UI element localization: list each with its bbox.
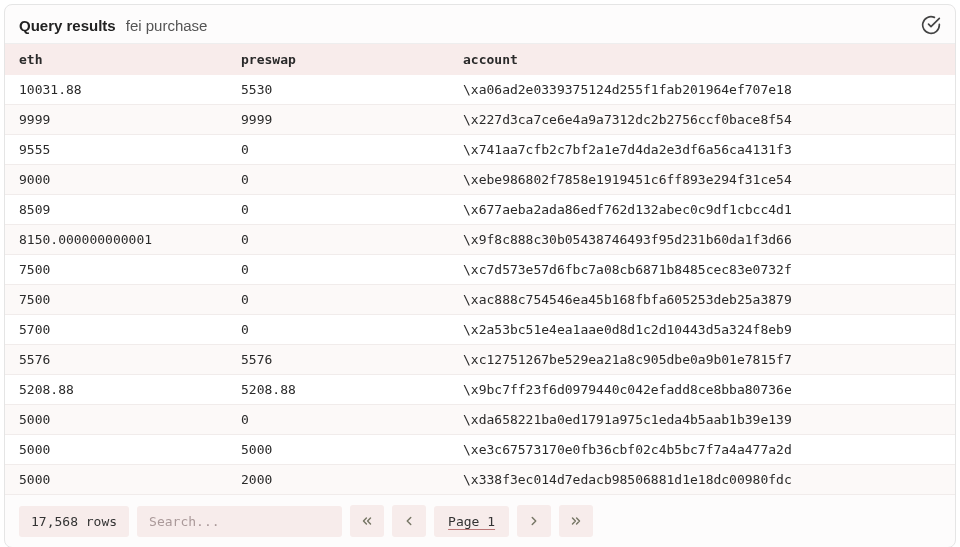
cell-preswap: 5576 [227,345,449,375]
prev-page-button[interactable] [392,505,426,537]
cell-preswap: 5208.88 [227,375,449,405]
cell-eth: 9555 [5,135,227,165]
cell-eth: 5208.88 [5,375,227,405]
cell-eth: 10031.88 [5,75,227,105]
cell-eth: 5000 [5,465,227,495]
check-circle-icon [921,15,941,35]
cell-eth: 5000 [5,405,227,435]
chevrons-left-icon [360,514,374,528]
cell-eth: 7500 [5,285,227,315]
cell-preswap: 5530 [227,75,449,105]
next-page-button[interactable] [517,505,551,537]
cell-preswap: 0 [227,315,449,345]
cell-account: \x2a53bc51e4ea1aae0d8d1c2d10443d5a324f8e… [449,315,955,345]
cell-account: \x227d3ca7ce6e4a9a7312dc2b2756ccf0bace8f… [449,105,955,135]
table-row[interactable]: 57000\x2a53bc51e4ea1aae0d8d1c2d10443d5a3… [5,315,955,345]
col-header-account[interactable]: account [449,44,955,75]
col-header-preswap[interactable]: preswap [227,44,449,75]
cell-eth: 5700 [5,315,227,345]
table-row[interactable]: 75000\xac888c754546ea45b168fbfa605253deb… [5,285,955,315]
cell-account: \xac888c754546ea45b168fbfa605253deb25a38… [449,285,955,315]
cell-eth: 5000 [5,435,227,465]
table-row[interactable]: 55765576\xc12751267be529ea21a8c905dbe0a9… [5,345,955,375]
first-page-button[interactable] [350,505,384,537]
cell-preswap: 0 [227,195,449,225]
cell-preswap: 9999 [227,105,449,135]
table-row[interactable]: 75000\xc7d573e57d6fbc7a08cb6871b8485cec8… [5,255,955,285]
table-header-row: eth preswap account [5,44,955,75]
cell-eth: 5576 [5,345,227,375]
header-subtitle: fei purchase [126,17,208,34]
cell-eth: 9999 [5,105,227,135]
results-table: eth preswap account 10031.885530\xa06ad2… [5,44,955,495]
cell-account: \x338f3ec014d7edacb98506881d1e18dc00980f… [449,465,955,495]
cell-account: \xe3c67573170e0fb36cbf02c4b5bc7f7a4a477a… [449,435,955,465]
table-row[interactable]: 95550\x741aa7cfb2c7bf2a1e7d4da2e3df6a56c… [5,135,955,165]
chevrons-right-icon [569,514,583,528]
cell-preswap: 0 [227,405,449,435]
table-row[interactable]: 50005000\xe3c67573170e0fb36cbf02c4b5bc7f… [5,435,955,465]
cell-account: \xa06ad2e0339375124d255f1fab201964ef707e… [449,75,955,105]
query-results-panel: Query results fei purchase eth preswap a… [4,4,956,547]
cell-account: \xda658221ba0ed1791a975c1eda4b5aab1b39e1… [449,405,955,435]
cell-account: \x741aa7cfb2c7bf2a1e7d4da2e3df6a56ca4131… [449,135,955,165]
cell-account: \x9bc7ff23f6d0979440c042efadd8ce8bba8073… [449,375,955,405]
table-row[interactable]: 10031.885530\xa06ad2e0339375124d255f1fab… [5,75,955,105]
table-row[interactable]: 5208.885208.88\x9bc7ff23f6d0979440c042ef… [5,375,955,405]
chevron-left-icon [402,514,416,528]
last-page-button[interactable] [559,505,593,537]
chevron-right-icon [527,514,541,528]
table-row[interactable]: 90000\xebe986802f7858e1919451c6ff893e294… [5,165,955,195]
cell-preswap: 0 [227,135,449,165]
cell-preswap: 0 [227,165,449,195]
cell-eth: 9000 [5,165,227,195]
table-footer: 17,568 rows Page 1 [5,495,955,547]
page-indicator[interactable]: Page 1 [434,506,509,537]
cell-preswap: 0 [227,225,449,255]
cell-preswap: 0 [227,255,449,285]
cell-eth: 7500 [5,255,227,285]
table-row[interactable]: 85090\x677aeba2ada86edf762d132abec0c9df1… [5,195,955,225]
cell-account: \xc7d573e57d6fbc7a08cb6871b8485cec83e073… [449,255,955,285]
cell-eth: 8509 [5,195,227,225]
search-input[interactable] [137,506,342,537]
panel-header: Query results fei purchase [5,5,955,44]
cell-preswap: 0 [227,285,449,315]
cell-account: \x9f8c888c30b05438746493f95d231b60da1f3d… [449,225,955,255]
col-header-eth[interactable]: eth [5,44,227,75]
cell-account: \xebe986802f7858e1919451c6ff893e294f31ce… [449,165,955,195]
cell-account: \x677aeba2ada86edf762d132abec0c9df1cbcc4… [449,195,955,225]
table-row[interactable]: 50000\xda658221ba0ed1791a975c1eda4b5aab1… [5,405,955,435]
rows-count-badge: 17,568 rows [19,506,129,537]
cell-preswap: 2000 [227,465,449,495]
table-row[interactable]: 99999999\x227d3ca7ce6e4a9a7312dc2b2756cc… [5,105,955,135]
cell-preswap: 5000 [227,435,449,465]
cell-eth: 8150.000000000001 [5,225,227,255]
header-title: Query results [19,17,116,34]
table-row[interactable]: 8150.0000000000010\x9f8c888c30b054387464… [5,225,955,255]
cell-account: \xc12751267be529ea21a8c905dbe0a9b01e7815… [449,345,955,375]
table-row[interactable]: 50002000\x338f3ec014d7edacb98506881d1e18… [5,465,955,495]
